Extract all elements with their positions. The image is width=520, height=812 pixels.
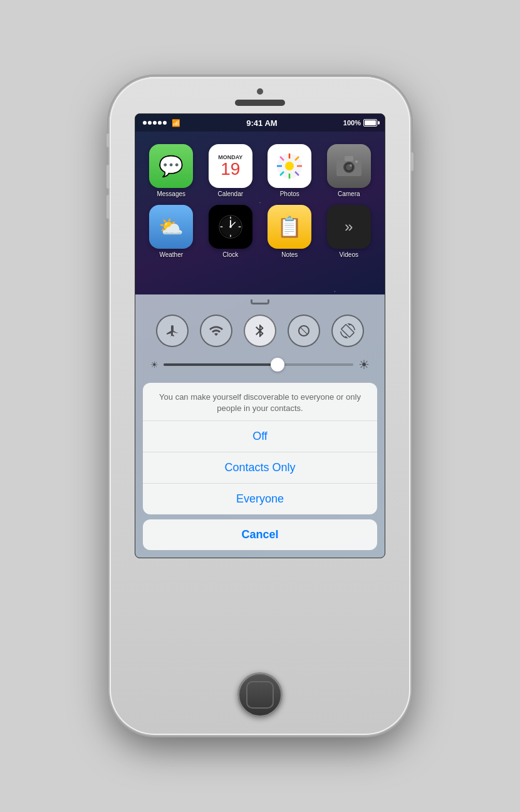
volume-down-button[interactable]	[107, 195, 110, 219]
calendar-date-label: 19	[221, 160, 240, 178]
signal-dot-1	[143, 121, 147, 125]
status-left: 📶	[143, 119, 180, 127]
photos-label: Photos	[280, 190, 299, 197]
svg-rect-11	[345, 156, 353, 161]
status-bar: 📶 9:41 AM 100%	[135, 114, 385, 132]
app-photos[interactable]: Photos	[264, 144, 316, 197]
chevron-down-icon	[251, 299, 269, 304]
action-sheet-main: You can make yourself discoverable to ev…	[143, 383, 377, 514]
action-sheet: You can make yourself discoverable to ev…	[143, 383, 377, 550]
power-button[interactable]	[410, 152, 413, 171]
app-weather[interactable]: ⛅ Weather	[145, 205, 197, 258]
app-camera[interactable]: Camera	[323, 144, 375, 197]
phone-top	[110, 77, 410, 113]
front-camera	[257, 88, 263, 95]
svg-point-16	[355, 160, 358, 163]
brightness-max-icon: ☀	[358, 357, 370, 372]
brightness-slider-row: ☀ ☀	[135, 355, 385, 377]
do-not-disturb-button[interactable]	[288, 315, 320, 347]
photos-icon	[268, 144, 311, 188]
control-center: ☀ ☀ You can make yourself discoverable t…	[135, 294, 385, 558]
svg-point-25	[229, 226, 232, 228]
signal-dot-3	[153, 121, 157, 125]
status-time: 9:41 AM	[246, 118, 277, 128]
rotation-lock-button[interactable]	[331, 315, 364, 347]
camera-icon	[327, 144, 371, 188]
screen: 📶 9:41 AM 100% 💬 Messages	[135, 113, 385, 558]
brightness-min-icon: ☀	[150, 360, 159, 370]
app-calendar[interactable]: Monday 19 Calendar	[205, 144, 257, 197]
weather-label: Weather	[159, 251, 183, 258]
volume-up-button[interactable]	[107, 165, 110, 189]
svg-point-1	[285, 162, 294, 170]
videos-icon: »	[327, 205, 371, 249]
notes-icon: 📋	[268, 205, 311, 249]
weather-icon: ⛅	[149, 205, 193, 249]
action-sheet-option-contacts-only[interactable]: Contacts Only	[143, 452, 377, 484]
brightness-slider-track[interactable]	[164, 363, 353, 366]
app-clock[interactable]: Clock	[205, 205, 257, 258]
action-sheet-option-off[interactable]: Off	[143, 421, 377, 452]
toggle-buttons-row	[135, 307, 385, 355]
clock-label: Clock	[222, 251, 238, 258]
clock-icon	[209, 205, 252, 249]
control-center-handle[interactable]	[135, 294, 385, 307]
calendar-label: Calendar	[217, 190, 243, 197]
page-wrapper: 📶 9:41 AM 100% 💬 Messages	[0, 0, 520, 812]
home-button[interactable]	[237, 672, 283, 717]
signal-dot-2	[148, 121, 152, 125]
app-notes[interactable]: 📋 Notes	[264, 205, 316, 258]
wifi-status-icon: 📶	[172, 119, 180, 127]
app-messages[interactable]: 💬 Messages	[145, 144, 197, 197]
brightness-slider-fill	[164, 363, 278, 366]
earpiece	[235, 100, 285, 106]
status-right: 100%	[343, 119, 377, 127]
svg-point-15	[350, 164, 352, 167]
camera-label: Camera	[338, 190, 360, 197]
signal-strength	[143, 121, 167, 125]
calendar-icon: Monday 19	[209, 144, 252, 188]
bluetooth-button[interactable]	[244, 315, 276, 347]
messages-icon: 💬	[149, 144, 193, 188]
wifi-button[interactable]	[200, 315, 232, 347]
app-videos[interactable]: » Videos	[323, 205, 375, 258]
battery-fill	[365, 120, 376, 125]
mute-button[interactable]	[107, 133, 110, 147]
phone-shell: 📶 9:41 AM 100% 💬 Messages	[110, 77, 410, 735]
brightness-slider-thumb[interactable]	[271, 358, 284, 372]
action-sheet-message: You can make yourself discoverable to ev…	[143, 383, 377, 421]
battery-icon	[363, 119, 377, 127]
airplane-mode-button[interactable]	[156, 315, 189, 347]
action-sheet-cancel-button[interactable]: Cancel	[143, 519, 377, 550]
home-button-inner	[246, 681, 274, 709]
app-grid-row1: 💬 Messages Monday 19 Calendar	[135, 132, 385, 258]
videos-label: Videos	[340, 251, 358, 258]
messages-label: Messages	[157, 190, 185, 197]
signal-dot-4	[158, 121, 162, 125]
action-sheet-option-everyone[interactable]: Everyone	[143, 484, 377, 514]
signal-dot-5	[163, 121, 167, 125]
phone-bottom	[237, 672, 283, 717]
notes-label: Notes	[281, 251, 298, 258]
battery-percentage: 100%	[343, 119, 361, 127]
